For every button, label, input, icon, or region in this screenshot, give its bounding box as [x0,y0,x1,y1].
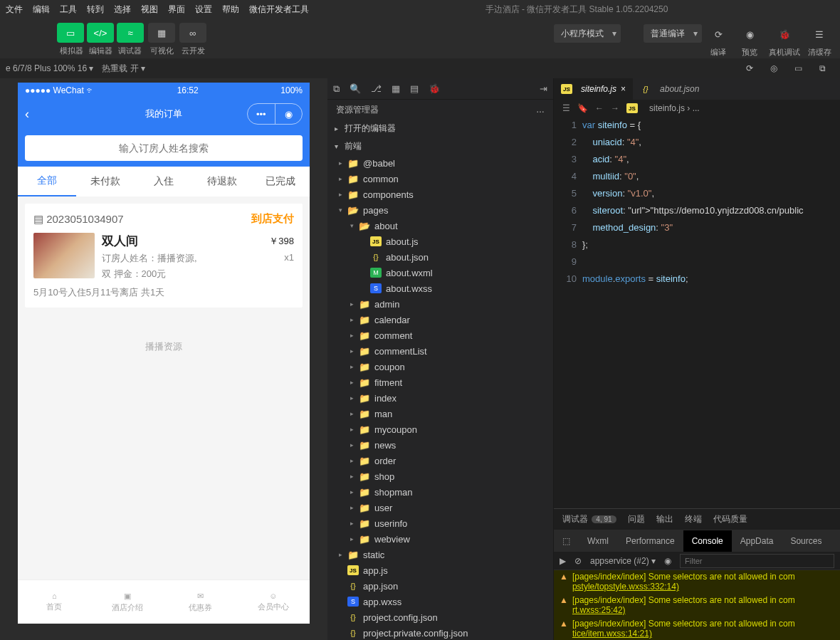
menu-view[interactable]: 视图 [141,4,158,16]
mode-select[interactable]: 小程序模式 [554,24,621,43]
preview-icon[interactable]: ◉ [737,24,762,44]
file-commentList[interactable]: ▸commentList [330,343,553,359]
bookmark-icon[interactable]: 🔖 [577,103,588,113]
capsule-menu-icon[interactable]: ••• [248,104,275,124]
file-admin[interactable]: ▸admin [330,296,553,312]
file-coupon[interactable]: ▸coupon [330,359,553,374]
console-clear-icon[interactable]: ⊘ [574,556,582,566]
file-order[interactable]: ▸order [330,453,553,468]
file-about[interactable]: ▾about [330,218,553,234]
tab-all[interactable]: 全部 [18,167,76,196]
file-components[interactable]: ▸components [330,187,553,202]
menu-settings[interactable]: 设置 [195,4,212,16]
ext2-icon[interactable]: ▤ [410,83,419,94]
rotate-icon[interactable]: ▭ [786,58,810,78]
cloud-button[interactable]: ∞ [179,23,206,43]
ext-icon[interactable]: ▦ [392,83,400,94]
dt-debugger[interactable]: 调试器 4, 91 [562,513,616,525]
file-common[interactable]: ▸common [330,171,553,187]
search-icon[interactable]: 🔍 [350,83,361,94]
open-editors-section[interactable]: ▸打开的编辑器 [327,120,553,137]
collapse-icon[interactable]: ⇥ [540,83,547,94]
project-root[interactable]: ▾前端 [327,137,553,155]
tab-siteinfo[interactable]: siteinfo.js× [554,78,633,100]
more-icon[interactable]: … [536,105,545,115]
bug-icon[interactable]: 🐞 [429,83,440,94]
file-about.wxss[interactable]: about.wxss [330,280,553,296]
back-icon[interactable]: ‹ [25,107,29,122]
file-static[interactable]: ▸static [330,547,553,562]
inspect-icon[interactable]: ⬚ [554,530,579,552]
debugger-button[interactable]: ≈ [117,23,144,43]
file-project.private.config.json[interactable]: project.private.config.json [330,625,553,640]
breadcrumb-path[interactable]: siteinfo.js › ... [649,103,700,113]
filter-input[interactable] [680,554,834,568]
menu-devtools[interactable]: 微信开发者工具 [249,4,309,16]
tab-done[interactable]: 已完成 [251,167,310,196]
simulator-button[interactable]: ▭ [57,23,84,43]
file-fitment[interactable]: ▸fitment [330,374,553,390]
file-shop[interactable]: ▸shop [330,468,553,484]
nav-hotel[interactable]: ▣酒店介绍 [91,580,164,624]
nav-member[interactable]: ☺会员中心 [237,580,310,624]
tab-unpaid[interactable]: 未付款 [76,167,135,196]
close-icon[interactable]: × [621,84,626,94]
file-about.wxml[interactable]: about.wxml [330,265,553,280]
file-app.json[interactable]: app.json [330,578,553,594]
git-icon[interactable]: ⎇ [371,83,382,94]
tab-about-json[interactable]: about.json [633,78,706,100]
file-comment[interactable]: ▸comment [330,327,553,343]
list-icon[interactable]: ☰ [562,103,570,113]
file-userinfo[interactable]: ▸userinfo [330,515,553,531]
clear-cache-icon[interactable]: ☰ [807,24,831,44]
file-about.json[interactable]: about.json [330,249,553,265]
file-calendar[interactable]: ▸calendar [330,312,553,327]
dt-terminal[interactable]: 终端 [685,513,702,525]
appservice-select[interactable]: appservice (#2) ▾ [590,556,656,566]
eye-icon[interactable]: ◉ [664,556,671,566]
file-shopman[interactable]: ▸shopman [330,484,553,500]
console-play-icon[interactable]: ▶ [560,556,566,566]
device-select[interactable]: e 6/7/8 Plus 100% 16 ▾ [6,63,93,73]
detach-icon[interactable]: ⧉ [810,58,834,78]
visual-button[interactable]: ▦ [148,23,175,43]
menu-file[interactable]: 文件 [6,4,23,16]
dt-output[interactable]: 输出 [656,513,673,525]
file-mycoupon[interactable]: ▸mycoupon [330,421,553,437]
ds-console[interactable]: Console [683,530,732,552]
arrow-left-icon[interactable]: ← [595,103,604,113]
arrow-right-icon[interactable]: → [611,103,619,113]
remote-debug-icon[interactable]: 🐞 [772,24,797,44]
files-icon[interactable]: ⧉ [333,83,340,95]
menu-goto[interactable]: 转到 [87,4,104,16]
locate-icon[interactable]: ◎ [762,58,786,78]
capsule-close-icon[interactable]: ◉ [275,104,303,124]
ds-wxml[interactable]: Wxml [579,530,617,552]
nav-home[interactable]: ⌂首页 [18,580,91,624]
file-app.js[interactable]: app.js [330,562,553,578]
compile-icon[interactable]: ⟳ [706,24,730,44]
code-area[interactable]: 12345678910 var siteinfo = { uniacid: "4… [554,117,840,508]
ds-sources[interactable]: Sources [782,530,830,552]
menu-help[interactable]: 帮助 [222,4,239,16]
order-card[interactable]: ▤ 2023051034907 到店支付 双人间 ￥398 订房人姓名：播播资源… [25,204,303,308]
ds-perf[interactable]: Performance [617,530,683,552]
file-news[interactable]: ▸news [330,437,553,453]
tab-refund[interactable]: 待退款 [193,167,251,196]
file-app.wxss[interactable]: app.wxss [330,594,553,609]
file-@babel[interactable]: ▸@babel [330,155,553,171]
ds-appdata[interactable]: AppData [732,530,782,552]
nav-coupon[interactable]: ✉优惠券 [164,580,237,624]
search-input[interactable] [25,135,303,161]
file-webview[interactable]: ▸webview [330,531,553,547]
file-man[interactable]: ▸man [330,406,553,421]
file-project.config.json[interactable]: project.config.json [330,609,553,625]
compile-mode-select[interactable]: 普通编译 [644,24,702,43]
console-body[interactable]: ▲[pages/index/index] Some selectors are … [554,570,840,640]
file-about.js[interactable]: about.js [330,234,553,249]
hot-reload-toggle[interactable]: 热重载 开 ▾ [102,63,145,75]
editor-button[interactable]: </> [87,23,114,43]
menu-tool[interactable]: 工具 [60,4,77,16]
dt-problems[interactable]: 问题 [628,513,645,525]
file-index[interactable]: ▸index [330,390,553,406]
